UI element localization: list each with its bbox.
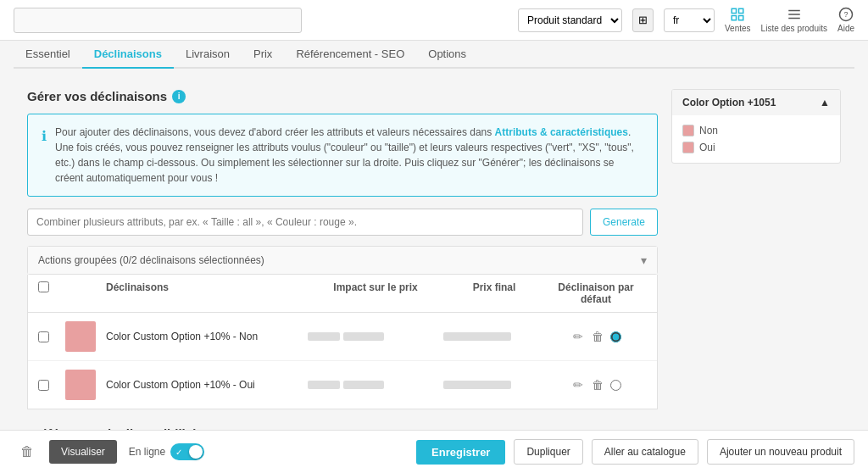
tab-essentiel[interactable]: Essentiel (14, 41, 82, 69)
filter-body: Non Oui (672, 115, 840, 163)
combine-input[interactable] (27, 209, 583, 236)
section-title: Gérer vos déclinaisons i (27, 89, 658, 103)
tab-bar: Essentiel Déclinaisons Livraison Prix Ré… (14, 41, 854, 69)
tab-livraison[interactable]: Livraison (174, 41, 242, 69)
toggle-check-icon: ✓ (175, 448, 182, 457)
duplicate-button[interactable]: Dupliquer (514, 439, 582, 463)
color-swatch-oui (682, 142, 694, 153)
actions-header[interactable]: Actions groupées (0/2 déclinaisons sélec… (28, 247, 657, 274)
row2-impact (308, 381, 443, 389)
info-box: ℹ Pour ajouter des déclinaisons, vous de… (27, 114, 658, 197)
svg-rect-2 (732, 16, 737, 20)
en-ligne-label: En ligne (129, 446, 165, 458)
svg-rect-3 (739, 16, 743, 20)
filter-collapse-icon: ▲ (820, 97, 830, 109)
tab-referencement[interactable]: Référencement - SEO (284, 41, 416, 69)
svg-rect-0 (732, 8, 737, 13)
right-panel: Color Option +1051 ▲ Non Oui (671, 89, 841, 463)
row1-checkbox-cell (38, 331, 65, 342)
search-input[interactable] (14, 8, 302, 33)
help-icon[interactable]: i (172, 90, 186, 103)
svg-text:?: ? (843, 10, 848, 19)
row1-edit-btn[interactable]: ✏ (571, 328, 585, 345)
row2-checkbox-cell (38, 380, 65, 391)
liste-produits-nav[interactable]: Liste des produits (761, 7, 827, 33)
row2-actions: ✏ 🗑 (571, 376, 621, 393)
actions-label: Actions groupées (0/2 déclinaisons sélec… (38, 254, 264, 266)
row2-checkbox[interactable] (38, 380, 49, 391)
svg-rect-1 (739, 8, 743, 13)
filter-option-oui[interactable]: Oui (682, 139, 830, 156)
catalogue-button[interactable]: Aller au catalogue (592, 439, 698, 463)
row2-edit-btn[interactable]: ✏ (571, 376, 585, 393)
chevron-down-icon: ▾ (641, 253, 647, 267)
filter-option-non-label: Non (699, 125, 718, 136)
add-product-button[interactable]: Ajouter un nouveau produit (707, 439, 854, 463)
filter-box: Color Option +1051 ▲ Non Oui (671, 89, 841, 164)
row1-checkbox[interactable] (38, 331, 49, 342)
ventes-nav[interactable]: Ventes (725, 7, 751, 33)
tab-prix[interactable]: Prix (242, 41, 284, 69)
header-impact: Impact sur le prix (308, 281, 443, 305)
top-bar-right: Produit standard ⊞ fr Ventes Liste des p… (518, 7, 854, 33)
header-prix-final: Prix final (443, 281, 545, 305)
filter-title: Color Option +1051 (682, 97, 776, 109)
tab-options[interactable]: Options (416, 41, 478, 69)
row1-default-cell: ✏ 🗑 (545, 328, 647, 345)
row2-default-cell: ✏ 🗑 (545, 376, 647, 393)
top-bar: Produit standard ⊞ fr Ventes Liste des p… (0, 0, 868, 41)
row1-default-radio[interactable] (610, 331, 621, 342)
aide-nav[interactable]: ? Aide (837, 7, 854, 33)
row2-prix-final (443, 381, 545, 389)
ventes-label: Ventes (725, 24, 751, 33)
filter-option-non[interactable]: Non (682, 122, 830, 139)
left-section: Gérer vos déclinaisons i ℹ Pour ajouter … (27, 89, 658, 463)
filter-option-oui-label: Oui (699, 142, 715, 153)
header-declinaisons: Déclinaisons (106, 281, 308, 305)
header-default: Déclinaison par défaut (545, 281, 647, 305)
row1-delete-btn[interactable]: 🗑 (590, 328, 605, 345)
row2-name: Color Custom Option +10% - Oui (106, 379, 308, 391)
table-container: Déclinaisons Impact sur le prix Prix fin… (27, 275, 658, 409)
aide-label: Aide (837, 24, 854, 33)
header-image-col (65, 281, 106, 305)
select-all-checkbox[interactable] (38, 281, 49, 292)
top-bar-left (14, 8, 302, 33)
main-content: Gérer vos déclinaisons i ℹ Pour ajouter … (14, 82, 854, 463)
combine-area: Generate (27, 209, 658, 236)
generate-button[interactable]: Generate (590, 209, 658, 236)
row1-actions: ✏ 🗑 (571, 328, 621, 345)
row2-thumbnail (65, 370, 106, 400)
row1-name: Color Custom Option +10% - Non (106, 331, 308, 342)
row2-delete-btn[interactable]: 🗑 (590, 376, 605, 393)
language-select[interactable]: fr (664, 8, 715, 32)
header-checkbox-cell (38, 281, 65, 305)
filter-header[interactable]: Color Option +1051 ▲ (672, 90, 840, 115)
actions-grouped: Actions groupées (0/2 déclinaisons sélec… (27, 246, 658, 275)
row1-thumbnail (65, 321, 106, 352)
info-text: Pour ajouter des déclinaisons, vous deve… (55, 125, 643, 186)
grid-view-btn[interactable]: ⊞ (632, 8, 654, 32)
row2-default-radio[interactable] (610, 380, 621, 391)
table-row: Color Custom Option +10% - Oui ✏ 🗑 (28, 361, 657, 409)
bottom-bar: 🗑 Visualiser En ligne ✓ Enregistrer Dupl… (0, 430, 868, 463)
tab-declinaisons[interactable]: Déclinaisons (82, 41, 174, 69)
trash-button[interactable]: 🗑 (14, 441, 41, 463)
save-button[interactable]: Enregistrer (416, 440, 505, 464)
online-toggle-switch[interactable]: ✓ (170, 443, 204, 460)
product-type-select[interactable]: Produit standard (518, 8, 622, 32)
row1-impact (308, 332, 443, 341)
color-swatch-non (682, 125, 694, 136)
row1-prix-final (443, 332, 545, 341)
table-row: Color Custom Option +10% - Non ✏ 🗑 (28, 313, 657, 361)
online-toggle-area: En ligne ✓ (129, 443, 204, 460)
toggle-knob (189, 445, 203, 459)
info-circle-icon: ℹ (42, 126, 47, 186)
table-header: Déclinaisons Impact sur le prix Prix fin… (28, 275, 657, 313)
visualiser-button[interactable]: Visualiser (49, 440, 117, 463)
liste-label: Liste des produits (761, 24, 827, 33)
